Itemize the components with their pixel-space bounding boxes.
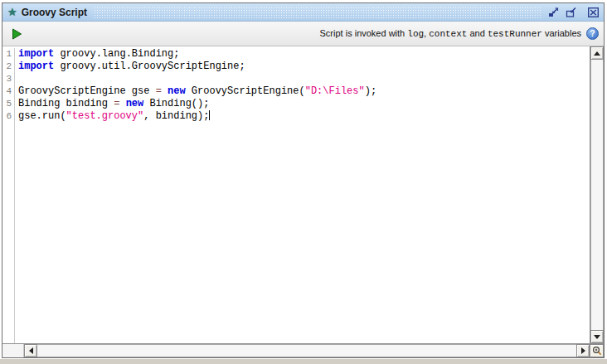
token-plain — [119, 98, 125, 109]
editor-region: 123456 import groovy.lang.Binding;import… — [2, 46, 604, 343]
horizontal-scrollbar-thumb[interactable] — [37, 344, 576, 357]
hint-segment: log — [407, 29, 424, 39]
text-caret — [209, 110, 210, 120]
line-number: 3 — [2, 73, 14, 85]
right-arrow-icon — [581, 347, 585, 354]
toolbar-hint: Script is invoked with log, context and … — [320, 28, 581, 39]
dock-minimize-icon — [548, 7, 559, 17]
line-number: 6 — [2, 110, 14, 123]
scrollbar-corner-filler — [2, 344, 24, 357]
token-keyword: import — [18, 61, 54, 72]
hint-segment: context — [429, 29, 467, 39]
line-number: 1 — [2, 48, 14, 61]
restore-button[interactable] — [565, 7, 577, 18]
line-number: 4 — [2, 85, 14, 98]
line-number: 2 — [2, 61, 14, 73]
code-line: import groovy.util.GroovyScriptEngine; — [18, 61, 590, 73]
run-script-button[interactable] — [10, 27, 23, 41]
token-plain: , binding); — [143, 110, 209, 122]
token-string: "D:\Files" — [305, 85, 365, 97]
dock-restore-icon — [566, 7, 576, 17]
vertical-scrollbar[interactable] — [590, 46, 604, 343]
hint-segment: and — [467, 28, 487, 38]
token-plain: GroovyScriptEngine gse — [18, 85, 156, 97]
hint-segment: Script is invoked with — [320, 28, 408, 38]
code-line: gse.run("test.groovy", binding); — [18, 110, 590, 123]
line-number: 5 — [2, 98, 14, 110]
scroll-up-button[interactable] — [590, 46, 604, 60]
token-operator: = — [156, 85, 162, 97]
close-button[interactable] — [587, 7, 600, 18]
token-plain: GroovyScriptEngine( — [186, 85, 305, 97]
left-arrow-icon — [29, 347, 33, 354]
token-plain: ); — [365, 85, 376, 97]
token-keyword: import — [18, 48, 54, 60]
close-icon — [588, 7, 599, 17]
token-plain: Binding binding — [18, 98, 114, 109]
horizontal-scrollbar[interactable] — [2, 343, 604, 357]
vertical-scrollbar-thumb[interactable] — [590, 60, 604, 330]
token-plain: Binding(); — [143, 98, 209, 109]
down-arrow-icon — [594, 335, 600, 339]
token-plain: groovy.util.GroovyScriptEngine; — [54, 61, 245, 72]
star-icon: ★ — [7, 7, 17, 17]
code-line — [18, 73, 590, 85]
scroll-right-button[interactable] — [576, 344, 590, 357]
script-toolbar: Script is invoked with log, context and … — [2, 22, 604, 46]
scroll-down-button[interactable] — [590, 330, 604, 343]
code-line: Binding binding = new Binding(); — [18, 98, 590, 110]
token-plain — [162, 85, 168, 97]
code-line: import groovy.lang.Binding; — [18, 48, 590, 61]
code-editor[interactable]: 123456 import groovy.lang.Binding;import… — [2, 46, 590, 343]
token-plain: gse.run( — [18, 110, 66, 122]
line-number-gutter: 123456 — [2, 48, 15, 343]
magnifier-icon — [592, 346, 602, 356]
scroll-left-button[interactable] — [24, 344, 37, 357]
panel-title: Groovy Script — [22, 7, 87, 18]
window-controls — [547, 7, 600, 18]
zoom-corner-button[interactable] — [590, 344, 604, 357]
run-script-icon — [12, 28, 22, 40]
token-keyword: new — [126, 98, 144, 109]
up-arrow-icon — [594, 51, 600, 56]
hint-segment: variables — [542, 28, 581, 38]
minimize-button[interactable] — [547, 7, 560, 18]
titlebar-grip-texture — [94, 7, 541, 18]
token-string: "test.groovy" — [66, 110, 144, 122]
hint-segment: testRunner — [488, 29, 542, 39]
code-line: GroovyScriptEngine gse = new GroovyScrip… — [18, 85, 590, 98]
groovy-script-panel: ★ Groovy Script — [2, 2, 605, 358]
token-keyword: new — [168, 85, 186, 97]
token-plain: groovy.lang.Binding; — [54, 48, 179, 60]
help-button[interactable]: ? — [586, 27, 599, 40]
title-bar[interactable]: ★ Groovy Script — [2, 3, 604, 22]
code-text-area: import groovy.lang.Binding;import groovy… — [18, 48, 590, 123]
desktop-background — [0, 359, 607, 364]
